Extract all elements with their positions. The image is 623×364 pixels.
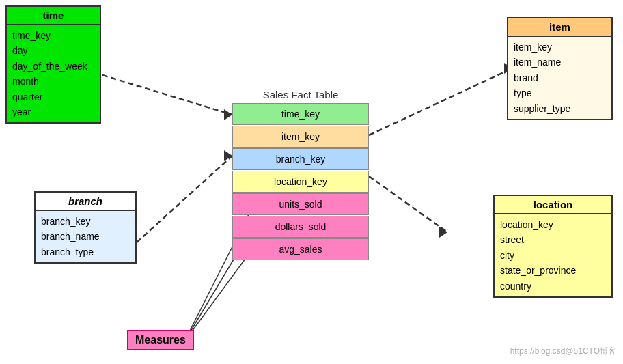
branch-field-1: branch_key xyxy=(41,214,130,229)
fact-row-avg-sales: avg_sales xyxy=(232,238,369,260)
fact-row-time-key: time_key xyxy=(232,103,369,125)
item-field-1: item_key xyxy=(514,40,606,55)
time-body: time_key day day_of_the_week month quart… xyxy=(7,25,100,122)
time-field-1: time_key xyxy=(12,28,94,43)
table-item: item item_key item_name brand type suppl… xyxy=(507,17,613,120)
time-field-6: year xyxy=(12,104,94,120)
svg-line-1 xyxy=(369,68,512,135)
fact-table: Sales Fact Table time_key item_key branc… xyxy=(232,89,369,261)
fact-row-branch-key: branch_key xyxy=(232,148,369,170)
svg-marker-6 xyxy=(224,150,232,161)
svg-line-2 xyxy=(137,156,232,242)
location-field-5: country xyxy=(500,279,606,294)
location-field-1: location_key xyxy=(500,217,606,232)
branch-header: branch xyxy=(36,193,135,211)
fact-row-location-key: location_key xyxy=(232,171,369,193)
item-field-5: supplier_type xyxy=(514,101,606,116)
location-header: location xyxy=(495,196,611,214)
time-field-2: day xyxy=(12,43,94,58)
measures-label: Measures xyxy=(127,330,194,350)
time-field-3: day_of_the_week xyxy=(12,59,94,74)
item-field-2: item_name xyxy=(514,55,606,70)
item-field-4: type xyxy=(514,85,606,100)
fact-row-item-key: item_key xyxy=(232,126,369,148)
diagram-container: time time_key day day_of_the_week month … xyxy=(0,0,623,364)
svg-marker-7 xyxy=(439,227,447,238)
table-time: time time_key day day_of_the_week month … xyxy=(5,5,101,124)
table-branch: branch branch_key branch_name branch_typ… xyxy=(34,191,137,264)
time-field-4: month xyxy=(12,74,94,89)
location-field-4: state_or_province xyxy=(500,263,606,278)
svg-line-10 xyxy=(184,249,253,341)
svg-line-3 xyxy=(369,176,447,232)
location-field-2: street xyxy=(500,232,606,247)
time-field-5: quarter xyxy=(12,89,94,104)
fact-row-units-sold: units_sold xyxy=(232,193,369,215)
location-field-3: city xyxy=(500,248,606,263)
time-header: time xyxy=(7,7,100,25)
table-location: location location_key street city state_… xyxy=(493,195,613,298)
branch-field-2: branch_name xyxy=(41,229,130,244)
item-body: item_key item_name brand type supplier_t… xyxy=(508,37,611,119)
branch-body: branch_key branch_name branch_type xyxy=(36,211,135,262)
svg-marker-4 xyxy=(224,109,232,120)
branch-field-3: branch_type xyxy=(41,244,130,260)
item-header: item xyxy=(508,18,611,37)
location-body: location_key street city state_or_provin… xyxy=(495,214,611,296)
svg-line-0 xyxy=(102,75,232,115)
fact-table-title: Sales Fact Table xyxy=(232,89,369,100)
item-field-3: brand xyxy=(514,70,606,85)
watermark: https://blog.csd@51CTO博客 xyxy=(510,346,616,357)
fact-row-dollars-sold: dollars_sold xyxy=(232,216,369,238)
